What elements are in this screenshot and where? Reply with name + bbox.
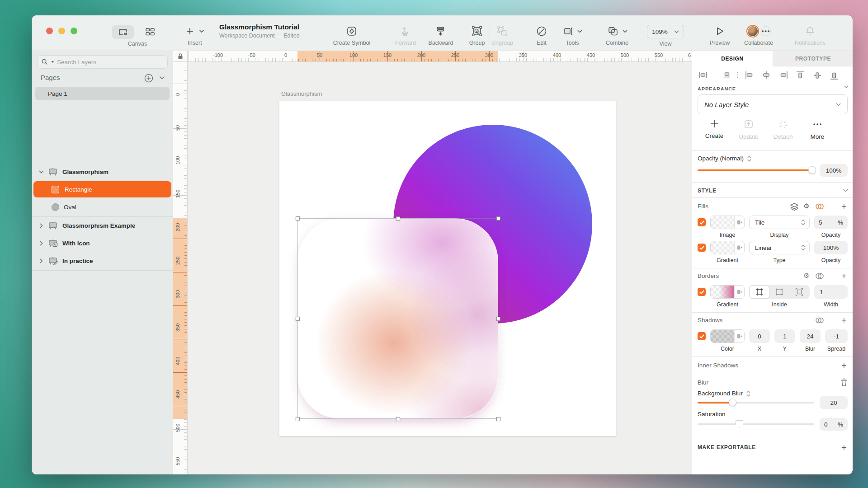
border-position-inside[interactable] [769, 286, 789, 298]
chevron-right-icon[interactable] [38, 258, 44, 263]
pages-collapse-chevron[interactable] [159, 76, 165, 80]
shadow-enabled-checkbox[interactable] [698, 332, 706, 340]
opacity-slider-thumb[interactable] [808, 166, 816, 174]
chevron-right-icon[interactable] [38, 223, 44, 228]
border-settings-gear-icon[interactable]: ⚙ [803, 272, 809, 280]
close-button[interactable] [46, 28, 53, 34]
search-input[interactable] [57, 59, 156, 66]
canvas-view-toggle[interactable] [112, 25, 134, 39]
artboard-title[interactable]: Glassmorphism [281, 90, 322, 97]
shadow-blur-field[interactable]: 24 [800, 329, 821, 343]
align-center-horizontal-icon[interactable] [761, 70, 771, 80]
saturation-value-field[interactable]: 0 % [820, 418, 848, 431]
align-middle-vertical-icon[interactable] [813, 70, 822, 80]
preview-button[interactable]: Preview [704, 25, 735, 46]
canvas-area[interactable]: Glassmorphism [188, 62, 692, 474]
tools-button[interactable]: Tools [557, 25, 587, 46]
border-position-center[interactable] [750, 286, 769, 298]
layer-style-dropdown[interactable]: No Layer Style [698, 94, 848, 114]
distribute-vertically-icon[interactable] [722, 70, 731, 80]
opacity-slider[interactable] [698, 169, 814, 171]
selection-handle-se[interactable] [496, 417, 500, 421]
selection-handle-s[interactable] [396, 417, 400, 421]
background-blur-slider[interactable] [698, 402, 814, 404]
style-more-button[interactable]: More [802, 119, 833, 140]
fill1-image-swatch[interactable] [710, 216, 745, 229]
align-top-icon[interactable] [796, 70, 805, 80]
collaborate-button[interactable]: ●●● Collaborate [737, 25, 780, 46]
fill2-opacity-field[interactable]: 100% [814, 241, 848, 254]
border-gradient-swatch[interactable] [710, 285, 745, 299]
align-left-icon[interactable] [745, 70, 755, 80]
saturation-slider[interactable] [698, 423, 814, 425]
page-item-page1[interactable]: Page 1 [35, 87, 170, 100]
fill1-opacity-field[interactable]: 5 % [814, 216, 848, 229]
add-inner-shadow-button[interactable]: ＋ [840, 359, 848, 371]
add-fill-button[interactable]: ＋ [840, 200, 848, 212]
layer-rectangle-selected[interactable]: Rectangle [33, 181, 171, 197]
shadow-color-swatch[interactable] [710, 329, 745, 343]
border-blend-icon[interactable] [815, 272, 824, 280]
opacity-value-field[interactable]: 100% [820, 164, 848, 177]
selection-handle-e[interactable] [496, 317, 500, 321]
border-width-field[interactable]: 1 [814, 285, 848, 299]
add-shadow-button[interactable]: ＋ [840, 314, 848, 326]
saturation-slider-thumb[interactable] [736, 420, 743, 428]
add-page-button[interactable] [144, 73, 154, 83]
backward-button[interactable]: Backward [423, 25, 458, 46]
layer-artboard-glassmorphism-example[interactable]: Glassmorphism Example [32, 217, 173, 234]
fill-blend-icon[interactable] [815, 202, 824, 211]
fill2-enabled-checkbox[interactable] [698, 244, 706, 252]
forward-button[interactable]: Forward [390, 25, 421, 46]
distribute-horizontally-icon[interactable] [698, 70, 708, 80]
ruler-corner-lock[interactable] [173, 51, 188, 62]
fill2-gradient-swatch[interactable] [710, 241, 745, 254]
tab-prototype[interactable]: PROTOTYPE [773, 51, 853, 66]
border-enabled-checkbox[interactable] [698, 288, 706, 296]
fill1-enabled-checkbox[interactable] [698, 218, 706, 226]
add-border-button[interactable]: ＋ [840, 270, 848, 282]
shadow-spread-field[interactable]: -1 [825, 329, 848, 343]
fill-settings-gear-icon[interactable]: ⚙ [803, 202, 809, 210]
shadow-y-field[interactable]: 1 [774, 329, 795, 343]
style-collapse-chevron[interactable] [843, 189, 848, 192]
ungroup-button[interactable]: Ungroup [485, 25, 519, 46]
delete-blur-trash-icon[interactable] [840, 378, 848, 386]
chevron-down-icon[interactable] [38, 170, 44, 174]
color-well-icon[interactable] [734, 241, 744, 254]
search-layers-field[interactable] [37, 55, 168, 69]
layer-oval[interactable]: Oval [32, 198, 173, 216]
border-position-outside[interactable] [789, 286, 809, 298]
appearance-collapse-chevron[interactable] [844, 85, 849, 88]
selection-handle-n[interactable] [396, 216, 400, 221]
view-zoom-control[interactable]: 109% View [643, 25, 688, 47]
chevron-right-icon[interactable] [38, 241, 44, 246]
fill2-type-dropdown[interactable]: Linear [749, 241, 810, 254]
notifications-button[interactable]: Notifications [788, 25, 833, 46]
stepper-icon[interactable] [747, 155, 751, 162]
edit-button[interactable]: Edit [528, 25, 555, 46]
selection-handle-sw[interactable] [296, 417, 300, 421]
shadow-blend-icon[interactable] [815, 316, 824, 324]
color-well-icon[interactable] [734, 286, 744, 298]
create-symbol-button[interactable]: Create Symbol [327, 25, 377, 46]
combine-button[interactable]: Combine [598, 25, 636, 46]
selection-handle-nw[interactable] [296, 216, 300, 221]
layer-artboard-in-practice[interactable]: In practice [32, 252, 173, 269]
maximize-button[interactable] [71, 28, 77, 34]
color-well-icon[interactable] [734, 216, 744, 229]
tab-design[interactable]: DESIGN [692, 51, 773, 66]
fill-layers-icon[interactable] [790, 202, 799, 211]
layer-artboard-glassmorphism[interactable]: Glassmorphism [32, 163, 173, 180]
background-blur-value-field[interactable]: 20 [820, 396, 848, 409]
fill1-display-dropdown[interactable]: Tile [749, 216, 810, 229]
color-well-icon[interactable] [734, 330, 744, 343]
selection-handle-ne[interactable] [496, 216, 500, 221]
style-create-button[interactable]: Create [698, 119, 730, 139]
align-bottom-icon[interactable] [830, 70, 839, 80]
layer-artboard-with-icon[interactable]: With icon [32, 235, 173, 252]
insert-button[interactable]: Insert [179, 25, 211, 46]
stepper-icon[interactable] [746, 390, 750, 397]
minimize-button[interactable] [58, 28, 65, 34]
style-update-button[interactable]: Update [733, 119, 764, 140]
